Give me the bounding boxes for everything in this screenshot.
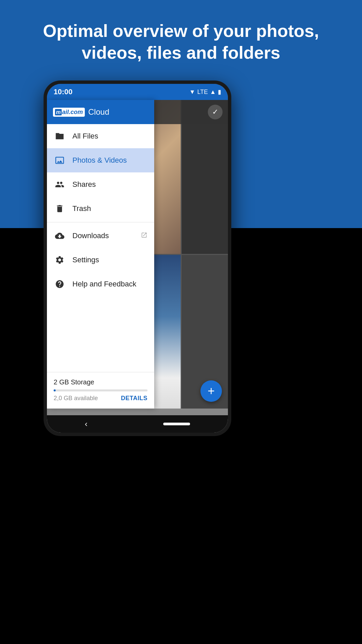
storage-footer: 2,0 GB available DETAILS: [54, 395, 147, 402]
status-icons: ▼ LTE ▲ ▮: [189, 88, 221, 96]
all-files-label: All Files: [72, 132, 147, 141]
status-time: 10:00: [54, 88, 72, 96]
content-area: ✓ + mail.com Cloud: [47, 100, 228, 409]
headline-text: Optimal overview of your photos,: [43, 21, 319, 41]
headline-text-2: videos, files and folders: [82, 43, 280, 62]
storage-bar-fill: [54, 389, 56, 391]
downloads-label: Downloads: [72, 231, 141, 240]
help-feedback-label: Help and Feedback: [72, 280, 147, 288]
headline: Optimal overview of your photos, videos,…: [0, 20, 362, 64]
storage-title: 2 GB Storage: [54, 378, 147, 386]
nav-item-settings[interactable]: Settings: [47, 248, 154, 272]
trash-icon: [54, 203, 66, 215]
nav-divider-1: [47, 222, 154, 222]
people-icon: [54, 178, 66, 191]
drawer-logo-box: mail.com: [53, 108, 85, 117]
fab-button[interactable]: +: [200, 380, 222, 402]
home-pill[interactable]: [163, 423, 190, 425]
phone-frame: 10:00 ▼ LTE ▲ ▮ ✓ +: [44, 80, 231, 436]
nav-items-list: All Files Photos & Videos: [47, 124, 154, 372]
drawer-header: mail.com Cloud: [47, 100, 154, 124]
settings-icon: [54, 254, 66, 266]
nav-item-help-feedback[interactable]: Help and Feedback: [47, 272, 154, 296]
external-link-icon: [141, 232, 147, 240]
signal-icon: ▲: [210, 89, 216, 96]
storage-available: 2,0 GB available: [54, 395, 98, 402]
drawer-app-name: Cloud: [88, 107, 109, 117]
download-icon: [54, 230, 66, 242]
help-icon: [54, 278, 66, 290]
wifi-icon: ▼: [189, 89, 195, 96]
settings-label: Settings: [72, 256, 147, 264]
nav-item-photos-videos[interactable]: Photos & Videos: [47, 148, 154, 172]
drawer-logo-text: mail.com: [55, 109, 83, 115]
image-icon: [54, 154, 66, 166]
battery-icon: ▮: [218, 88, 221, 96]
nav-item-downloads[interactable]: Downloads: [47, 224, 154, 248]
trash-label: Trash: [72, 204, 147, 213]
back-button[interactable]: ‹: [85, 419, 87, 429]
lte-label: LTE: [197, 89, 208, 96]
nav-item-shares[interactable]: Shares: [47, 172, 154, 197]
storage-bar-track: [54, 389, 147, 391]
nav-drawer: mail.com Cloud All Files: [47, 100, 154, 409]
shares-label: Shares: [72, 180, 147, 189]
logo-m-icon: m: [55, 109, 62, 115]
nav-item-all-files[interactable]: All Files: [47, 124, 154, 148]
cloud-check-icon: ✓: [208, 105, 223, 119]
nav-item-trash[interactable]: Trash: [47, 197, 154, 221]
folder-icon: [54, 130, 66, 142]
photos-videos-label: Photos & Videos: [72, 156, 147, 165]
phone-screen: 10:00 ▼ LTE ▲ ▮ ✓ +: [47, 84, 228, 433]
storage-details-button[interactable]: DETAILS: [121, 395, 147, 402]
phone-nav-bar: ‹: [47, 415, 228, 433]
status-bar: 10:00 ▼ LTE ▲ ▮: [47, 84, 228, 100]
storage-section: 2 GB Storage 2,0 GB available DETAILS: [47, 372, 154, 409]
